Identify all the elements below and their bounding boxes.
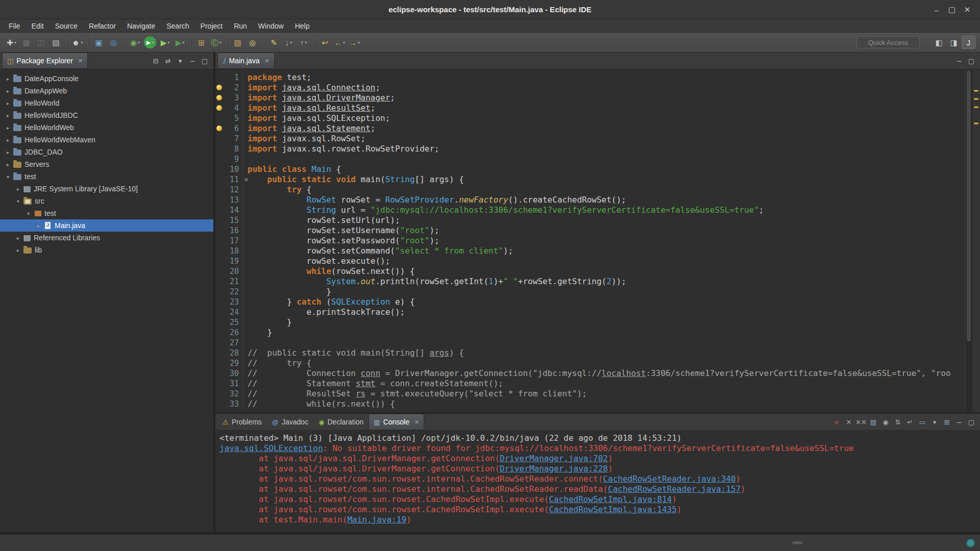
warning-icon[interactable]: [216, 105, 222, 111]
scrollbar-thumb[interactable]: [967, 70, 971, 341]
stack-trace-link[interactable]: java.sql.SQLException: [219, 443, 323, 453]
tab-package-explorer[interactable]: ◫Package Explorer✕: [2, 53, 88, 69]
menu-source[interactable]: Source: [50, 22, 83, 30]
code-line[interactable]: 3import java.sql.DriverManager;: [215, 93, 965, 103]
tree-arrow-icon[interactable]: ▾: [4, 174, 12, 180]
code-line[interactable]: 1package test;: [215, 72, 965, 83]
tree-arrow-icon[interactable]: ▸: [4, 125, 12, 131]
code-line[interactable]: 11 public static void main(String[] args…: [215, 174, 965, 185]
dropdown-arrow-icon[interactable]: ▾: [358, 40, 360, 45]
minimize-editor-button[interactable]: ─: [953, 55, 965, 66]
run-button[interactable]: ▶▾: [144, 36, 156, 48]
warning-mark[interactable]: [974, 98, 978, 100]
menu-window[interactable]: Window: [253, 22, 289, 30]
code-line[interactable]: 14 String url = "jdbc:mysql://localhost:…: [215, 205, 965, 215]
code-line[interactable]: 23 } catch (SQLException e) {: [215, 297, 965, 307]
warning-mark[interactable]: [974, 90, 978, 92]
close-window-button[interactable]: ✕: [960, 5, 975, 14]
remove-all-launches-button[interactable]: ✕✕: [855, 416, 867, 428]
remove-launch-button[interactable]: ✕: [843, 416, 854, 428]
tab-javadoc[interactable]: @Javadoc: [267, 414, 313, 430]
tree-arrow-icon[interactable]: ▸: [4, 76, 12, 82]
tab-console[interactable]: ▥Console✕: [369, 414, 424, 430]
external-tools-button[interactable]: ▶▾: [173, 36, 187, 49]
stack-trace-link[interactable]: DriverManager.java:702: [500, 454, 608, 463]
tree-item-helloworldjbdc[interactable]: ▸HelloWorldJBDC: [0, 109, 213, 121]
code-line[interactable]: 2import java.sql.Connection;: [215, 83, 965, 93]
menu-refactor[interactable]: Refactor: [83, 22, 121, 30]
console-view-button[interactable]: ▣: [92, 36, 106, 49]
code-line[interactable]: 18 rowSet.setCommand("select * from clie…: [215, 246, 965, 256]
tree-item-test[interactable]: ▾test: [0, 207, 213, 219]
code-line[interactable]: 28// public static void main(String[] ar…: [215, 348, 965, 358]
code-line[interactable]: 20 while(rowSet.next()) {: [215, 266, 965, 277]
terminate-button[interactable]: ■: [831, 416, 842, 428]
quick-access-button[interactable]: Quick Access: [856, 36, 920, 48]
next-annotation-button[interactable]: ↓▾: [282, 36, 296, 49]
code-line[interactable]: 32// ResultSet rs = stmt.executeQuery("s…: [215, 389, 965, 399]
warning-icon[interactable]: [216, 95, 222, 101]
tree-arrow-icon[interactable]: ▸: [4, 162, 12, 167]
tree-arrow-icon[interactable]: ▾: [14, 198, 22, 204]
stack-trace-link[interactable]: CachedRowSetReader.java:157: [608, 484, 741, 494]
tree-arrow-icon[interactable]: ▸: [4, 149, 12, 155]
tree-arrow-icon[interactable]: ▾: [24, 211, 32, 216]
tree-item-lib[interactable]: ▸lib: [0, 244, 213, 256]
open-perspective-button[interactable]: ◧: [932, 36, 946, 49]
tree-arrow-icon[interactable]: ▸: [4, 137, 12, 143]
display-console-button[interactable]: ▾: [929, 416, 940, 428]
tree-item-main-java[interactable]: ▸Main.java: [0, 219, 213, 232]
code-area[interactable]: 1package test;2import java.sql.Connectio…: [215, 69, 965, 412]
save-all-button[interactable]: ◫: [34, 36, 48, 49]
tree-item-helloworld[interactable]: ▸HelloWorld: [0, 97, 213, 109]
maximize-window-button[interactable]: ▢: [944, 5, 960, 14]
editor-scrollbar[interactable]: [965, 69, 972, 412]
tree-arrow-icon[interactable]: ▸: [4, 101, 12, 106]
maximize-editor-button[interactable]: ▢: [966, 55, 977, 66]
save-button[interactable]: ▦: [19, 36, 33, 49]
dropdown-arrow-icon[interactable]: ▾: [152, 40, 154, 45]
code-line[interactable]: 24 e.printStackTrace();: [215, 307, 965, 317]
menu-navigate[interactable]: Navigate: [121, 22, 161, 30]
tree-arrow-icon[interactable]: ▸: [4, 113, 12, 118]
tree-item-jre-system-library-javase-10[interactable]: ▸JRE System Library [JavaSE-10]: [0, 183, 213, 195]
dropdown-arrow-icon[interactable]: ▾: [14, 40, 16, 45]
warning-icon[interactable]: [216, 85, 222, 90]
code-line[interactable]: 31// Statement stmt = conn.createStateme…: [215, 379, 965, 389]
tree-item-servers[interactable]: ▸Servers: [0, 158, 213, 170]
print-button[interactable]: ▤: [49, 36, 63, 49]
stack-trace-link[interactable]: CachedRowSetImpl.java:814: [549, 494, 672, 504]
stack-trace-link[interactable]: CachedRowSetReader.java:340: [603, 474, 736, 484]
code-line[interactable]: 25 }: [215, 317, 965, 328]
coverage-button[interactable]: ▶▾: [158, 36, 172, 49]
open-console-button[interactable]: ⊞: [941, 416, 952, 428]
code-line[interactable]: 33// while(rs.next()) {: [215, 399, 965, 409]
close-icon[interactable]: ✕: [414, 419, 419, 425]
code-line[interactable]: 21 System.out.println(rowSet.getInt(1)+"…: [215, 277, 965, 287]
code-line[interactable]: 15 rowSet.setUrl(url);: [215, 215, 965, 226]
tree-item-test[interactable]: ▾test: [0, 170, 213, 183]
link-with-editor-button[interactable]: ⇄: [162, 55, 174, 66]
code-line[interactable]: 5import java.sql.SQLException;: [215, 113, 965, 123]
tree-arrow-icon[interactable]: ▸: [4, 88, 12, 94]
view-menu-button[interactable]: ▾: [175, 55, 186, 66]
status-handle[interactable]: [792, 541, 802, 544]
minimize-view-button[interactable]: ─: [953, 416, 965, 428]
menu-file[interactable]: File: [3, 22, 26, 30]
dropdown-arrow-icon[interactable]: ▾: [305, 40, 307, 45]
menu-search[interactable]: Search: [161, 22, 194, 30]
tree-item-referenced-libraries[interactable]: ▸Referenced Libraries: [0, 232, 213, 244]
code-line[interactable]: 26 }: [215, 328, 965, 338]
tree-item-helloworldwebmaven[interactable]: ▸HelloWorldWebMaven: [0, 134, 213, 146]
close-icon[interactable]: ✕: [264, 58, 269, 64]
tab-declaration[interactable]: ◉Declaration: [313, 414, 369, 430]
tree-item-dateappweb[interactable]: ▸DateAppWeb: [0, 85, 213, 97]
pin-console-button[interactable]: ◉: [880, 416, 891, 428]
code-line[interactable]: 22 }: [215, 287, 965, 297]
mark-occurrences-button[interactable]: ✎: [267, 36, 281, 49]
console-output[interactable]: <terminated> Main (3) [Java Application]…: [215, 431, 980, 532]
code-line[interactable]: 8import javax.sql.rowset.RowSetProvider;: [215, 144, 965, 154]
prev-annotation-button[interactable]: ↑▾: [297, 36, 310, 49]
maximize-view-button[interactable]: ▢: [199, 55, 210, 66]
dropdown-arrow-icon[interactable]: ▾: [81, 40, 83, 45]
